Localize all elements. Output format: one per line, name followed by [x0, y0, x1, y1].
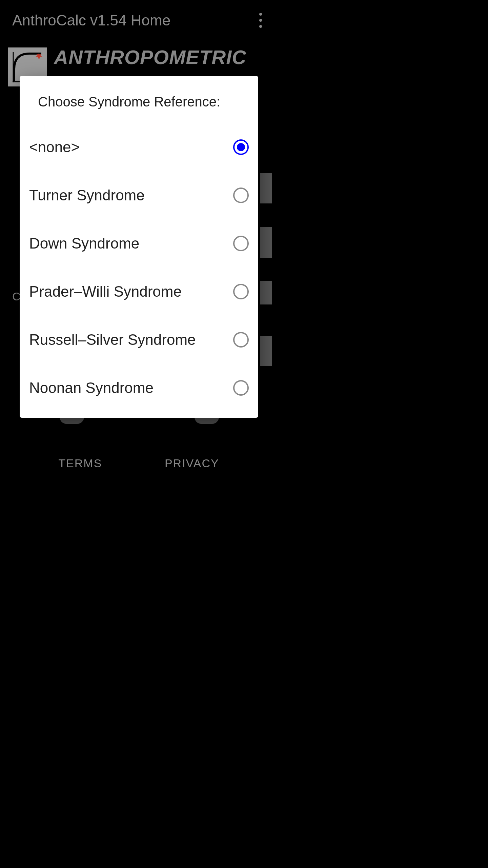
radio-icon	[233, 188, 249, 203]
option-turner[interactable]: Turner Syndrome	[20, 171, 258, 219]
maple-leaf-icon	[35, 52, 43, 60]
option-label: Prader–Willi Syndrome	[29, 283, 182, 300]
option-none[interactable]: <none>	[20, 123, 258, 171]
syndrome-reference-dialog: Choose Syndrome Reference: <none> Turner…	[20, 76, 258, 418]
terms-link[interactable]: TERMS	[58, 457, 102, 470]
radio-icon	[233, 236, 249, 251]
radio-icon	[233, 284, 249, 299]
option-label: Russell–Silver Syndrome	[29, 331, 196, 348]
radio-icon	[233, 380, 249, 396]
footer: TERMS PRIVACY	[0, 457, 278, 470]
privacy-link[interactable]: PRIVACY	[165, 457, 219, 470]
dialog-title: Choose Syndrome Reference:	[20, 76, 258, 123]
bg-field-2	[260, 227, 272, 258]
bg-field-4	[260, 336, 272, 366]
option-label: <none>	[29, 139, 80, 156]
option-label: Noonan Syndrome	[29, 379, 154, 396]
option-label: Turner Syndrome	[29, 187, 145, 204]
option-prader-willi[interactable]: Prader–Willi Syndrome	[20, 268, 258, 316]
header-title: AnthroCalc v1.54 Home	[12, 12, 170, 29]
option-list: <none> Turner Syndrome Down Syndrome Pra…	[20, 123, 258, 412]
option-down[interactable]: Down Syndrome	[20, 219, 258, 268]
bg-field-3	[260, 281, 272, 304]
radio-icon	[233, 332, 249, 348]
app-header: AnthroCalc v1.54 Home	[0, 0, 278, 41]
radio-icon	[233, 139, 249, 155]
bg-field-1	[260, 173, 272, 203]
option-label: Down Syndrome	[29, 235, 139, 252]
more-menu-icon[interactable]	[256, 9, 265, 31]
bg-radio-peek-2	[195, 417, 219, 424]
bg-radio-peek-1	[60, 417, 84, 424]
option-russell-silver[interactable]: Russell–Silver Syndrome	[20, 316, 258, 364]
option-noonan[interactable]: Noonan Syndrome	[20, 364, 258, 412]
app-name-label: ANTHROPOMETRIC	[54, 46, 246, 68]
